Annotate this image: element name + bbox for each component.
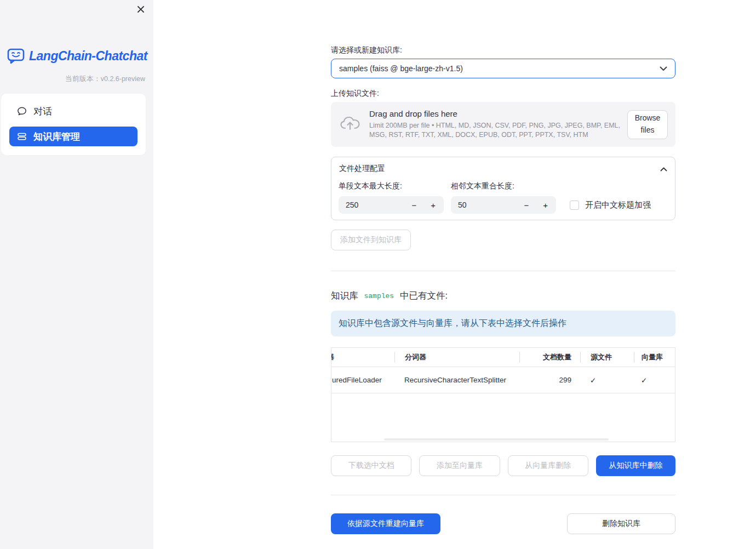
kb-selectbox-value: samples (faiss @ bge-large-zh-v1.5) — [339, 64, 660, 73]
divider — [331, 271, 675, 271]
version-label: 当前版本： — [65, 75, 101, 83]
chevron-up-icon — [660, 164, 667, 174]
file-dropzone[interactable]: Drag and drop files here Limit 200MB per… — [331, 102, 675, 147]
kb-list-icon — [17, 131, 27, 141]
kb-files-heading: 知识库 samples 中已有文件: — [331, 290, 675, 302]
divider — [331, 495, 675, 495]
sidebar-item-kb-management[interactable]: 知识库管理 — [9, 127, 138, 146]
kb-select-label: 请选择或新建知识库: — [331, 45, 675, 55]
cell-loader: uredFileLoader — [331, 376, 394, 384]
sidebar-menu: 对话 知识库管理 — [1, 94, 146, 155]
main-content: 请选择或新建知识库: samples (faiss @ bge-large-zh… — [331, 0, 675, 534]
remove-from-vector-store-button[interactable]: 从向量库删除 — [508, 455, 588, 476]
chat-bubble-icon — [17, 106, 27, 116]
chunk-size-field: 单段文本最大长度: 250 − + — [339, 180, 444, 214]
table-header-row: 器 分词器 文档数量 源文件 向量库 — [331, 348, 675, 367]
browse-files-button[interactable]: Browse files — [627, 110, 668, 139]
download-selected-docs-button[interactable]: 下载选中文档 — [331, 455, 411, 476]
add-to-vector-store-button[interactable]: 添加至向量库 — [419, 455, 500, 476]
add-files-to-kb-button[interactable]: 添加文件到知识库 — [331, 230, 411, 250]
rebuild-vector-store-button[interactable]: 依据源文件重建向量库 — [331, 513, 440, 534]
main-area: 请选择或新建知识库: samples (faiss @ bge-large-zh… — [153, 0, 756, 549]
delete-from-kb-button[interactable]: 从知识库中删除 — [596, 455, 675, 476]
version-info: 当前版本：v0.2.6-preview — [0, 64, 153, 84]
sidebar-item-label: 知识库管理 — [33, 130, 80, 143]
chunk-size-label: 单段文本最大长度: — [339, 181, 444, 191]
kb-files-table[interactable]: 器 分词器 文档数量 源文件 向量库 uredFileLoader Recurs… — [331, 347, 675, 442]
overlap-size-field: 相邻文本重合长度: 50 − + — [451, 180, 556, 214]
info-alert: 知识库中包含源文件与向量库，请从下表中选择文件后操作 — [331, 311, 675, 336]
cell-docs-count: 299 — [519, 376, 580, 384]
chunk-size-input[interactable]: 250 − + — [339, 196, 444, 214]
overlap-size-increment-button[interactable]: + — [542, 201, 549, 210]
kb-name-code: samples — [363, 291, 396, 301]
logo-text: LangChain-Chatchat — [29, 49, 147, 64]
kb-files-suffix: 中已有文件: — [400, 290, 448, 302]
table-header-source-file: 源文件 — [580, 352, 634, 363]
kb-selectbox[interactable]: samples (faiss @ bge-large-zh-v1.5) — [331, 59, 675, 78]
expander-title: 文件处理配置 — [339, 164, 660, 174]
table-header-splitter: 分词器 — [394, 352, 519, 363]
zh-title-enhance-checkbox[interactable] — [570, 201, 579, 210]
logo-chat-smiley-icon — [7, 48, 25, 64]
sidebar: LangChain-Chatchat 当前版本：v0.2.6-preview 对… — [0, 0, 153, 549]
chevron-down-icon — [660, 64, 667, 73]
expander-body: 单段文本最大长度: 250 − + 相邻文本重合长度: 50 − + — [331, 180, 675, 214]
cell-vector-store-check: ✓ — [634, 376, 675, 385]
overlap-size-decrement-button[interactable]: − — [523, 201, 530, 210]
chunk-size-increment-button[interactable]: + — [429, 201, 437, 210]
app-logo: LangChain-Chatchat — [0, 0, 153, 64]
file-action-buttons: 下载选中文档 添加至向量库 从向量库删除 从知识库中删除 — [331, 455, 675, 476]
expander-header[interactable]: 文件处理配置 — [331, 157, 675, 180]
info-alert-text: 知识库中包含源文件与向量库，请从下表中选择文件后操作 — [339, 318, 566, 329]
table-header-vector-store: 向量库 — [634, 352, 675, 363]
dropzone-title: Drag and drop files here — [369, 109, 623, 118]
table-header-docs-count: 文档数量 — [519, 352, 580, 363]
delete-kb-button[interactable]: 删除知识库 — [567, 513, 675, 534]
sidebar-item-dialogue[interactable]: 对话 — [9, 101, 138, 121]
cloud-upload-icon — [340, 115, 360, 134]
cell-source-file-check: ✓ — [580, 376, 634, 385]
table-header-loader: 器 — [331, 352, 394, 362]
overlap-size-input[interactable]: 50 − + — [451, 196, 556, 214]
file-config-expander: 文件处理配置 单段文本最大长度: 250 − + 相邻文 — [331, 157, 675, 220]
kb-files-prefix: 知识库 — [331, 290, 358, 302]
version-value: v0.2.6-preview — [101, 75, 145, 83]
chunk-size-value: 250 — [346, 201, 410, 209]
chunk-size-decrement-button[interactable]: − — [410, 201, 417, 210]
overlap-size-value: 50 — [458, 201, 523, 209]
kb-bottom-buttons: 依据源文件重建向量库 删除知识库 — [331, 513, 675, 534]
close-icon — [137, 5, 145, 15]
upload-label: 上传知识文件: — [331, 89, 675, 99]
overlap-size-label: 相邻文本重合长度: — [451, 181, 556, 191]
dropzone-texts: Drag and drop files here Limit 200MB per… — [369, 109, 627, 140]
sidebar-close-button[interactable] — [135, 4, 146, 15]
table-horizontal-scrollbar[interactable] — [384, 438, 609, 441]
zh-title-enhance-label: 开启中文标题加强 — [585, 200, 651, 210]
dropzone-hint: Limit 200MB per file • HTML, MD, JSON, C… — [369, 121, 623, 140]
zh-title-enhance-field: 开启中文标题加强 — [570, 200, 651, 210]
table-row[interactable]: uredFileLoader RecursiveCharacterTextSpl… — [331, 367, 675, 393]
sidebar-item-label: 对话 — [33, 105, 52, 118]
cell-splitter: RecursiveCharacterTextSplitter — [394, 376, 519, 384]
